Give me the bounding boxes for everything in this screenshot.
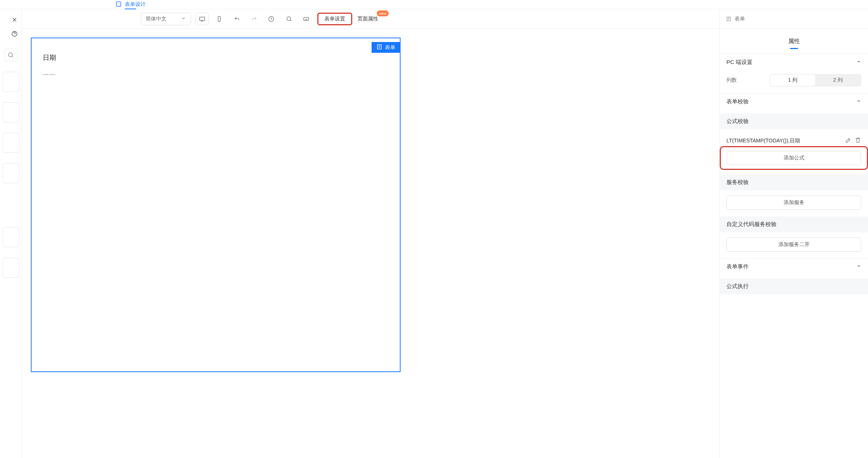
undo-icon[interactable] [230,13,244,25]
seg-1col[interactable]: 1 列 [770,75,816,86]
left-search[interactable] [4,49,17,61]
canvas: 表单 日期 —— [22,29,719,458]
page-props-label: 页面属性 [357,16,378,22]
form-design-icon [115,1,122,9]
chevron-up-icon [856,264,861,270]
right-panel: 表单 属性 PC 端设置 列数 1 列 [719,9,868,458]
pc-settings-title: PC 端设置 [726,59,752,66]
sub-formula-exec: 公式执行 [720,278,868,294]
chevron-up-icon [856,59,861,65]
svg-rect-7 [304,17,309,20]
form-badge-label: 表单 [385,44,395,51]
section-form-event: 表单事件 公式执行 [720,258,868,306]
form-card-badge: 表单 [372,42,400,53]
lang-label: 简体中文 [146,16,166,22]
form-card[interactable]: 表单 日期 —— [31,38,401,372]
panel-tab-props[interactable]: 属性 [787,35,801,48]
delete-icon[interactable] [855,137,861,145]
left-panel-stub-2[interactable] [3,102,19,122]
form-badge-icon [376,43,383,51]
svg-point-6 [287,17,291,21]
add-service-button[interactable]: 添加服务 [726,196,861,210]
breadcrumb-label: 表单 [735,16,745,22]
seg-2col[interactable]: 2 列 [815,75,861,86]
chevron-down-icon [181,16,186,22]
left-panel-stub-3[interactable] [3,133,19,153]
field-label-date: 日期 [43,53,389,62]
lang-select[interactable]: 简体中文 [141,13,191,25]
desktop-view-icon[interactable] [195,13,209,25]
svg-rect-3 [200,17,205,20]
nav-form-design[interactable]: 表单设计 [115,0,146,9]
add-formula-highlight: 添加公式 [720,146,868,170]
section-form-validate: 表单校验 公式校验 LT(TIMESTAMP(TODAY()),日期 [720,93,868,258]
sub-service-validate: 服务校验 [720,174,868,190]
mobile-view-icon[interactable] [213,13,226,25]
event-title: 表单事件 [726,263,749,270]
keyboard-icon[interactable] [299,13,313,25]
sub-formula-validate: 公式校验 [720,113,868,129]
form-settings-button[interactable]: 表单设置 [317,13,352,25]
history-icon[interactable] [265,13,278,25]
edit-icon[interactable] [845,137,852,145]
new-badge: new [377,10,389,16]
chevron-up-icon [856,99,861,105]
help-icon[interactable] [11,30,18,38]
left-panel-stub-5[interactable] [3,227,19,247]
section-pc-settings: PC 端设置 列数 1 列 2 列 [720,54,868,93]
form-icon [726,16,732,22]
formula-row: LT(TIMESTAMP(TODAY()),日期 [726,135,861,147]
form-settings-label: 表单设置 [324,16,345,22]
validate-title: 表单校验 [726,98,749,105]
panel-tab-label: 属性 [788,38,800,44]
svg-rect-4 [218,16,220,22]
cols-segmented: 1 列 2 列 [770,74,861,87]
add-service2-button[interactable]: 添加服务二开 [726,238,861,252]
section-header-event[interactable]: 表单事件 [720,259,868,275]
section-header-validate[interactable]: 表单校验 [720,94,868,110]
add-formula-button[interactable]: 添加公式 [727,151,861,165]
left-panel-stub-6[interactable] [3,258,19,278]
toolbar: 简体中文 [22,9,719,29]
panel-breadcrumb: 表单 [720,9,868,29]
section-header-pc[interactable]: PC 端设置 [720,54,868,70]
search-icon[interactable] [282,13,296,25]
sub-custom-code-validate: 自定义代码服务校验 [720,216,868,232]
left-panel-stub-4[interactable] [3,163,19,183]
field-value-date[interactable]: —— [43,71,389,78]
svg-rect-0 [116,2,121,6]
formula-text: LT(TIMESTAMP(TODAY()),日期 [726,138,800,144]
svg-point-2 [9,53,13,57]
top-nav: 表单设计 [0,0,868,9]
left-sidebar [0,9,22,458]
redo-icon[interactable] [247,13,261,25]
page-props-button[interactable]: 页面属性 new [357,13,384,25]
left-panel-stub-1[interactable] [3,72,19,92]
panel-tabs: 属性 [720,29,868,54]
close-icon[interactable] [11,16,18,23]
nav-label: 表单设计 [125,1,146,8]
cols-label: 列数 [726,77,737,84]
